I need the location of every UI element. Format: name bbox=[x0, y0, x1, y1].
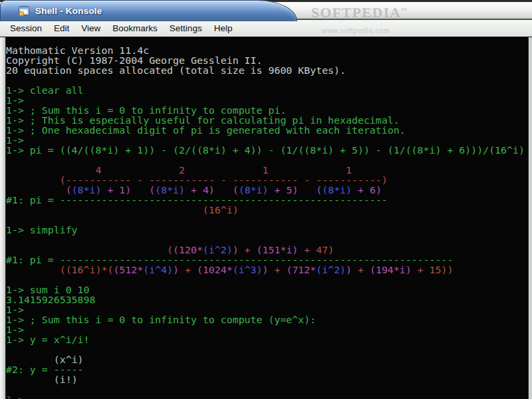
titlebar[interactable]: Shell - Konsole bbox=[0, 0, 532, 20]
title-tab[interactable]: Shell - Konsole bbox=[0, 0, 297, 21]
terminal-line: (16^i) bbox=[6, 204, 239, 216]
menu-help[interactable]: Help bbox=[208, 21, 239, 35]
konsole-window: SOFTPEDIA™ www.softpedia.com Shell - Kon… bbox=[0, 0, 532, 399]
terminal-line: 1-> ; Sum this i = 0 to infinity to comp… bbox=[6, 314, 316, 326]
terminal-line: 1-> ; One hexadecimal digit of pi is gen… bbox=[6, 124, 406, 136]
terminal-line: 1-> y = x^i/i! bbox=[6, 334, 90, 346]
terminal-line: ((16^i)*((512*(i^4)) + (1024*(i^3)) + (7… bbox=[6, 264, 453, 276]
menu-edit[interactable]: Edit bbox=[48, 21, 75, 35]
konsole-icon bbox=[19, 5, 30, 17]
terminal-screen[interactable]: Mathomatic Version 11.4c Copyright (C) 1… bbox=[0, 37, 532, 399]
terminal-line: 20 equation spaces allocated (total size… bbox=[6, 65, 346, 76]
terminal-output: Mathomatic Version 11.4c Copyright (C) 1… bbox=[6, 37, 528, 399]
menu-bookmarks[interactable]: Bookmarks bbox=[106, 21, 164, 35]
terminal-line: 1-> simplify bbox=[6, 224, 78, 236]
terminal-line: (i!) bbox=[6, 374, 78, 386]
menubar-list: SessionEditViewBookmarksSettingsHelp bbox=[0, 21, 238, 35]
window-title: Shell - Konsole bbox=[35, 6, 102, 16]
terminal-line: 1-> pi = ((4/((8*i) + 1)) - (2/((8*i) + … bbox=[6, 144, 525, 156]
window-right-border bbox=[528, 37, 532, 399]
terminal-line: 1-> bbox=[6, 394, 24, 399]
menu-session[interactable]: Session bbox=[4, 21, 48, 35]
menubar: SessionEditViewBookmarksSettingsHelp bbox=[0, 20, 532, 37]
terminal-scrollbar[interactable] bbox=[0, 37, 6, 399]
menu-view[interactable]: View bbox=[75, 21, 106, 35]
menu-settings[interactable]: Settings bbox=[164, 21, 208, 35]
